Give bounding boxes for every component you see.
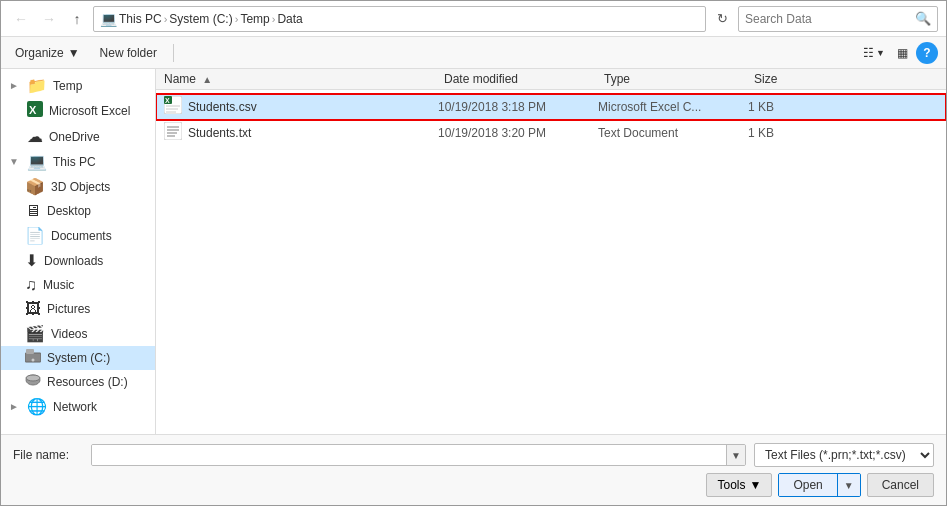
svg-text:X: X [165,97,170,104]
csv-file-icon: X [164,96,182,118]
file-name-cell: Students.txt [164,122,438,144]
titlebar: ← → ↑ 💻 This PC › System (C:) › Temp › D… [1,1,946,37]
col-header-type[interactable]: Type [604,72,754,86]
file-row[interactable]: Students.txt 10/19/2018 3:20 PM Text Doc… [156,120,946,146]
up-button[interactable]: ↑ [65,7,89,31]
action-row: Tools ▼ Open ▼ Cancel [13,473,934,497]
file-open-dialog: ← → ↑ 💻 This PC › System (C:) › Temp › D… [0,0,947,506]
tools-button[interactable]: Tools ▼ [706,473,772,497]
sidebar-item-downloads[interactable]: ⬇ Downloads [1,248,155,273]
expand-icon: ► [9,401,21,412]
file-size: 1 KB [748,100,828,114]
filename-row: File name: ▼ Text Files (*.prn;*.txt;*.c… [13,443,934,467]
pc-icon: 💻 [27,152,47,171]
downloads-icon: ⬇ [25,251,38,270]
svg-point-5 [32,359,35,362]
help-button[interactable]: ? [916,42,938,64]
pictures-icon: 🖼 [25,300,41,318]
breadcrumb-item-data[interactable]: Data [277,12,302,26]
file-date: 10/19/2018 3:18 PM [438,100,598,114]
sidebar-item-this-pc[interactable]: ▼ 💻 This PC [1,149,155,174]
sidebar-item-onedrive[interactable]: ☁ OneDrive [1,124,155,149]
network-icon: 🌐 [27,397,47,416]
organize-button[interactable]: Organize ▼ [9,44,86,62]
toolbar-separator [173,44,174,62]
3dobjects-icon: 📦 [25,177,45,196]
pane-icon: ▦ [897,46,908,60]
view-dropdown-icon: ▼ [876,48,885,58]
file-row[interactable]: X Students.csv 10/19/2018 3:18 PM Micros… [156,94,946,120]
breadcrumb-item-system-c[interactable]: System (C:) › [169,12,238,26]
music-icon: ♫ [25,276,37,294]
desktop-icon: 🖥 [25,202,41,220]
svg-rect-14 [164,122,182,140]
search-input[interactable] [745,12,915,26]
column-headers: Name ▲ Date modified Type Size [156,69,946,90]
system-c-icon [25,349,41,367]
expand-icon: ► [9,80,21,91]
file-type: Microsoft Excel C... [598,100,748,114]
main-content: ► 📁 Temp X Microsoft Excel ☁ OneDrive ▼ … [1,69,946,434]
svg-rect-4 [26,349,34,354]
sidebar-item-system-c[interactable]: System (C:) [1,346,155,370]
open-button[interactable]: Open [779,474,837,496]
expand-icon: ▼ [9,156,21,167]
sidebar-item-documents[interactable]: 📄 Documents [1,223,155,248]
back-button[interactable]: ← [9,7,33,31]
col-header-date[interactable]: Date modified [444,72,604,86]
sidebar-item-music[interactable]: ♫ Music [1,273,155,297]
file-list: X Students.csv 10/19/2018 3:18 PM Micros… [156,90,946,434]
toolbar: Organize ▼ New folder ☷ ▼ ▦ ? [1,37,946,69]
tools-dropdown-icon: ▼ [749,478,761,492]
filename-dropdown-button[interactable]: ▼ [726,445,745,465]
svg-text:X: X [29,104,37,116]
breadcrumb[interactable]: 💻 This PC › System (C:) › Temp › Data [93,6,706,32]
resources-d-icon [25,373,41,391]
sidebar-item-videos[interactable]: 🎬 Videos [1,321,155,346]
onedrive-icon: ☁ [27,127,43,146]
temp-icon: 📁 [27,76,47,95]
filename-input-wrap: ▼ [91,444,746,466]
search-icon: 🔍 [915,11,931,26]
videos-icon: 🎬 [25,324,45,343]
cancel-button[interactable]: Cancel [867,473,934,497]
svg-point-7 [26,375,40,381]
filetype-select-wrap: Text Files (*.prn;*.txt;*.csv) [754,443,934,467]
filetype-select[interactable]: Text Files (*.prn;*.txt;*.csv) [755,444,933,466]
new-folder-button[interactable]: New folder [94,44,163,62]
view-icon: ☷ [863,46,874,60]
sidebar: ► 📁 Temp X Microsoft Excel ☁ OneDrive ▼ … [1,69,156,434]
open-dropdown-button[interactable]: ▼ [838,474,860,496]
excel-icon: X [27,101,43,121]
filename-input[interactable] [92,445,726,465]
breadcrumb-item-this-pc[interactable]: This PC › [119,12,167,26]
file-date: 10/19/2018 3:20 PM [438,126,598,140]
forward-button[interactable]: → [37,7,61,31]
sidebar-item-pictures[interactable]: 🖼 Pictures [1,297,155,321]
file-panel: Name ▲ Date modified Type Size [156,69,946,434]
sidebar-item-3d-objects[interactable]: 📦 3D Objects [1,174,155,199]
open-button-group: Open ▼ [778,473,860,497]
view-toggle-button[interactable]: ☷ ▼ [859,44,889,62]
file-name-cell: X Students.csv [164,96,438,118]
pc-icon: 💻 [100,11,117,27]
txt-file-icon [164,122,182,144]
sidebar-item-network[interactable]: ► 🌐 Network [1,394,155,419]
pane-toggle-button[interactable]: ▦ [893,44,912,62]
filename-label: File name: [13,448,83,462]
search-bar[interactable]: 🔍 [738,6,938,32]
sidebar-item-desktop[interactable]: 🖥 Desktop [1,199,155,223]
refresh-button[interactable]: ↻ [710,7,734,31]
sort-arrow-icon: ▲ [202,74,212,85]
organize-dropdown-icon: ▼ [68,46,80,60]
documents-icon: 📄 [25,226,45,245]
sidebar-item-resources-d[interactable]: Resources (D:) [1,370,155,394]
sidebar-item-temp[interactable]: ► 📁 Temp [1,73,155,98]
breadcrumb-item-temp[interactable]: Temp › [240,12,275,26]
col-header-name[interactable]: Name ▲ [164,72,444,86]
bottom-bar: File name: ▼ Text Files (*.prn;*.txt;*.c… [1,434,946,505]
sidebar-item-microsoft-excel[interactable]: X Microsoft Excel [1,98,155,124]
file-type: Text Document [598,126,748,140]
col-header-size[interactable]: Size [754,72,834,86]
file-size: 1 KB [748,126,828,140]
